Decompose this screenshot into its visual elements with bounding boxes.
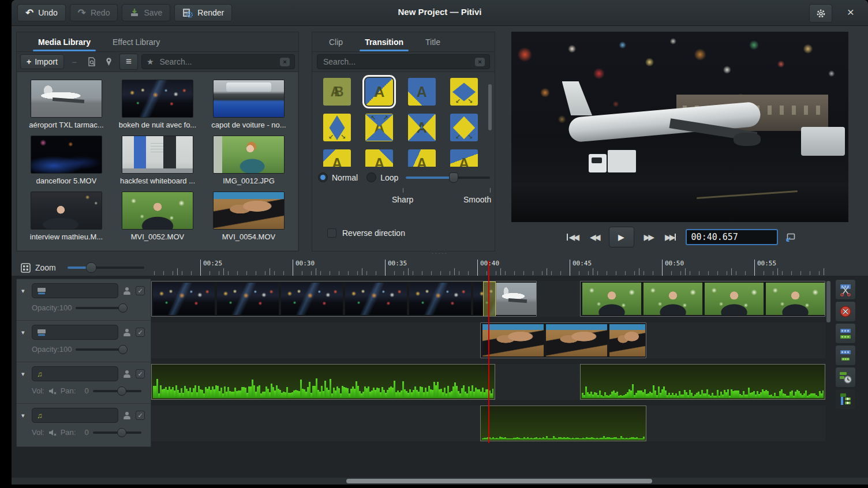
pan-knob[interactable] [117, 386, 126, 396]
media-thumbnail[interactable] [214, 136, 284, 173]
media-item[interactable]: MVI_0052.MOV [112, 190, 203, 246]
media-thumbnail[interactable] [122, 80, 193, 117]
delete-clip-button[interactable] [835, 301, 856, 322]
transition-tile[interactable]: B [323, 114, 351, 141]
media-item[interactable]: MVI_0054.MOV [203, 190, 294, 246]
go-start-button[interactable]: ◀◀ [564, 230, 580, 244]
person-icon[interactable] [123, 287, 131, 295]
tab-title[interactable]: Title [414, 32, 451, 51]
pane-handle[interactable]: ····· [12, 250, 868, 256]
view-mode-button[interactable]: ≡ [119, 54, 138, 70]
horizontal-scrollbar-thumb[interactable] [346, 479, 652, 483]
person-icon[interactable] [123, 412, 131, 419]
media-thumbnail[interactable] [214, 80, 284, 117]
audio-clip[interactable] [151, 364, 495, 400]
rewind-button[interactable]: ◀◀ [588, 230, 601, 244]
clear-search-icon[interactable]: × [475, 58, 485, 66]
media-thumbnail[interactable] [214, 192, 284, 229]
layer-name-field[interactable]: ♫ [32, 366, 118, 381]
video-clip-keyboard[interactable] [480, 322, 646, 358]
opacity-slider[interactable] [76, 307, 124, 309]
transition-tile[interactable]: A [408, 149, 436, 167]
media-search-input[interactable] [158, 57, 275, 67]
import-button[interactable]: + Import [20, 54, 64, 69]
insert-at-end-button[interactable] [102, 55, 116, 69]
horizontal-scrollbar-track[interactable] [12, 478, 868, 485]
expander-icon[interactable]: ▾ [21, 287, 27, 295]
transition-tile-crossfade[interactable]: AB [323, 78, 351, 106]
transition-tile[interactable]: A [323, 149, 351, 167]
person-icon[interactable] [123, 370, 131, 378]
normal-radio[interactable] [318, 172, 328, 182]
media-thumbnail[interactable] [31, 80, 102, 117]
layer-audible-checkbox[interactable]: ✓ [136, 411, 145, 420]
transition-tile[interactable]: A [365, 114, 393, 141]
tab-media-library[interactable]: Media Library [27, 32, 102, 51]
pan-slider[interactable] [93, 390, 141, 392]
opacity-slider[interactable] [76, 348, 124, 351]
video-clip-foliage[interactable] [580, 281, 825, 317]
play-button[interactable]: ▶ [609, 227, 634, 247]
transition-tile[interactable]: A [450, 114, 478, 141]
pan-knob[interactable] [117, 428, 126, 437]
zoom-slider[interactable] [68, 266, 144, 269]
media-thumbnail[interactable] [31, 136, 102, 173]
menu-button[interactable] [809, 4, 832, 22]
transition-grid-scrollbar[interactable] [488, 84, 492, 130]
media-item[interactable]: dancefloor 5.MOV [21, 134, 112, 190]
timecode-field[interactable]: 00:40.657 [686, 229, 778, 245]
media-thumbnail[interactable] [122, 136, 193, 173]
video-clip-airplane[interactable] [496, 283, 537, 315]
border-slider-knob[interactable] [449, 172, 458, 183]
tab-clip[interactable]: Clip [318, 32, 354, 51]
transition-tile[interactable]: B [450, 78, 478, 106]
pan-slider[interactable] [93, 431, 141, 434]
border-slider[interactable] [406, 177, 490, 179]
media-thumbnail[interactable] [122, 192, 193, 229]
expander-icon[interactable]: ▾ [21, 370, 27, 378]
go-end-button[interactable]: ▶▶ [663, 230, 678, 244]
layer-visible-checkbox[interactable]: ✓ [136, 286, 145, 295]
transition-clip[interactable] [483, 281, 496, 317]
media-item[interactable]: bokeh de nuit avec fo... [112, 78, 203, 134]
transition-search-input[interactable] [322, 57, 470, 67]
playhead[interactable] [488, 261, 489, 443]
transition-tile-selected[interactable]: A [365, 78, 393, 106]
transition-tile[interactable]: A [408, 78, 436, 106]
group-button[interactable] [835, 345, 856, 366]
tab-effect-library[interactable]: Effect Library [102, 32, 171, 51]
speaker-muted-icon[interactable] [48, 388, 57, 395]
transition-tile[interactable]: A [365, 149, 393, 167]
loop-radio[interactable] [366, 172, 376, 182]
zoom-slider-knob[interactable] [86, 262, 97, 273]
media-item[interactable]: capot de voiture - no... [203, 78, 294, 134]
layer-visible-checkbox[interactable]: ✓ [136, 328, 145, 337]
timeline-vertical-scrollbar[interactable] [826, 281, 830, 322]
transition-tile[interactable]: A [450, 149, 478, 167]
media-thumbnail[interactable] [31, 192, 102, 229]
opacity-knob[interactable] [118, 345, 128, 354]
video-clip-bokeh[interactable] [151, 281, 537, 317]
media-item[interactable]: interview mathieu.M... [21, 190, 112, 246]
render-button[interactable]: Render [174, 4, 232, 21]
audio-clip[interactable] [480, 406, 646, 441]
media-item[interactable]: aéroport TXL tarmac... [21, 78, 112, 134]
clear-search-icon[interactable]: × [280, 58, 290, 66]
remove-clip-button[interactable]: − [68, 55, 81, 69]
clip-properties-button[interactable] [85, 55, 99, 69]
zoom-fit-icon[interactable] [21, 263, 31, 273]
save-button[interactable]: Save [122, 4, 170, 21]
media-search[interactable]: ★ × [141, 54, 295, 69]
speaker-muted-icon[interactable] [48, 429, 57, 436]
layer-name-field[interactable] [32, 325, 118, 340]
layer-name-field[interactable] [32, 283, 118, 298]
detach-viewer-icon[interactable] [785, 233, 795, 242]
transition-search[interactable]: × [317, 54, 490, 69]
transition-tile[interactable]: A [408, 114, 436, 141]
gapless-mode-button[interactable] [835, 389, 856, 410]
redo-button[interactable]: ↷ Redo [70, 4, 118, 21]
layer-audible-checkbox[interactable]: ✓ [136, 369, 145, 378]
opacity-knob[interactable] [118, 303, 128, 313]
undo-button[interactable]: ↶ Undo [17, 4, 66, 21]
audio-clip[interactable] [580, 364, 825, 400]
